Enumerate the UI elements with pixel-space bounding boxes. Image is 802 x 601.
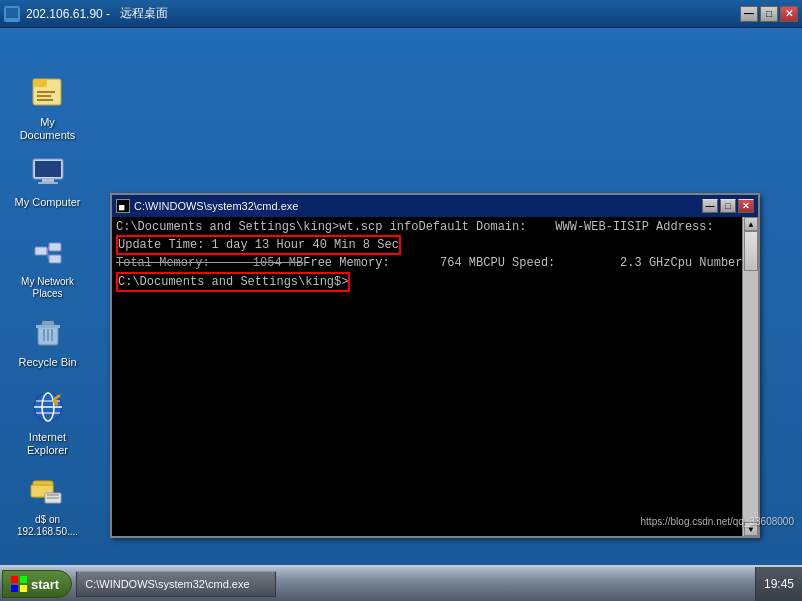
desktop: My Documents My Computer — [0, 28, 802, 565]
screen: 202.106.61.90 - 远程桌面 — □ ✕ My Documents — [0, 0, 802, 601]
svg-rect-38 — [20, 585, 27, 592]
svg-rect-6 — [37, 99, 53, 101]
start-label: start — [31, 577, 59, 592]
taskbar-item-label: C:\WINDOWS\system32\cmd.exe — [85, 578, 249, 590]
start-button[interactable]: start — [2, 570, 72, 598]
svg-line-15 — [47, 251, 49, 259]
my-network-label: My NetworkPlaces — [21, 276, 74, 300]
my-computer-label: My Computer — [14, 196, 80, 209]
cmd-line: IP Address: 192.168.50.180 — [635, 220, 743, 234]
rdp-controls: — □ ✕ — [740, 6, 798, 22]
cmd-title-icon: ■ — [116, 199, 130, 213]
system-tray: 19:45 — [755, 567, 802, 601]
rdp-title-left: 202.106.61.90 - 远程桌面 — [4, 5, 168, 22]
svg-rect-11 — [35, 247, 47, 255]
watermark: https://blog.csdn.net/qq_33608000 — [641, 516, 794, 527]
rdp-titlebar: 202.106.61.90 - 远程桌面 — □ ✕ — [0, 0, 802, 28]
cmd-title-text: ■ C:\WINDOWS\system32\cmd.exe — [116, 199, 298, 213]
cmd-scrollbar-thumb[interactable] — [744, 231, 758, 271]
cmd-line: Default Domain: WWW-WEB-IIS — [418, 220, 634, 234]
svg-rect-13 — [49, 255, 61, 263]
desktop-icon-my-documents[interactable]: My Documents — [10, 68, 85, 146]
cmd-line: C:\Documents and Settings\king>wt.scp in… — [116, 220, 418, 234]
svg-rect-37 — [11, 585, 18, 592]
cmd-title-controls: — □ ✕ — [702, 199, 754, 213]
rdp-title-suffix: 远程桌面 — [120, 5, 168, 22]
cmd-minimize-button[interactable]: — — [702, 199, 718, 213]
internet-explorer-label: Internet Explorer — [14, 431, 81, 457]
svg-rect-4 — [37, 91, 55, 93]
svg-rect-0 — [6, 8, 18, 18]
cmd-title-label: C:\WINDOWS\system32\cmd.exe — [134, 200, 298, 212]
cmd-maximize-button[interactable]: □ — [720, 199, 736, 213]
client-highlight: C:\Documents and Settings\king$> — [116, 272, 350, 292]
my-documents-label: My Documents — [14, 116, 81, 142]
rdp-title-text: 202.106.61.90 - — [26, 7, 110, 21]
svg-text:■: ■ — [119, 202, 125, 211]
svg-rect-1 — [6, 18, 18, 20]
update-time-highlight: Update Time: 1 day 13 Hour 40 Min 8 Sec — [116, 235, 401, 255]
my-network-icon — [28, 232, 68, 272]
d-share-icon — [28, 470, 68, 510]
windows-logo-icon — [11, 576, 27, 592]
cmd-content: C:\Documents and Settings\king>wt.scp in… — [112, 217, 742, 536]
cmd-close-button[interactable]: ✕ — [738, 199, 754, 213]
cmd-scrollbar[interactable]: ▲ ▼ — [742, 217, 758, 536]
svg-rect-17 — [42, 321, 54, 325]
svg-rect-5 — [37, 95, 51, 97]
my-computer-icon — [28, 152, 68, 192]
svg-rect-10 — [38, 182, 58, 184]
svg-rect-9 — [42, 179, 54, 182]
desktop-icon-my-computer[interactable]: My Computer — [10, 148, 85, 213]
rdp-minimize-button[interactable]: — — [740, 6, 758, 22]
my-documents-icon — [28, 72, 68, 112]
svg-rect-12 — [49, 243, 61, 251]
d-share-label: d$ on 192.168.50.... — [14, 514, 81, 538]
recycle-bin-label: Recycle Bin — [18, 356, 76, 369]
clock: 19:45 — [764, 577, 794, 591]
cmd-titlebar: ■ C:\WINDOWS\system32\cmd.exe — □ ✕ — [112, 195, 758, 217]
rdp-maximize-button[interactable]: □ — [760, 6, 778, 22]
desktop-icon-recycle-bin[interactable]: Recycle Bin — [10, 308, 85, 373]
svg-rect-8 — [35, 161, 61, 177]
taskbar-item-cmd[interactable]: C:\WINDOWS\system32\cmd.exe — [76, 571, 276, 597]
cmd-line: Cpu Number: 2 — [671, 256, 743, 270]
desktop-icon-my-network[interactable]: My NetworkPlaces — [10, 228, 85, 304]
cmd-line: Free Memory: 764 MB — [303, 256, 483, 270]
svg-rect-35 — [11, 576, 18, 583]
svg-rect-18 — [36, 325, 60, 328]
internet-explorer-icon — [28, 387, 68, 427]
cmd-scroll-up[interactable]: ▲ — [744, 217, 758, 231]
svg-rect-3 — [33, 79, 47, 87]
cmd-body: C:\Documents and Settings\king>wt.scp in… — [112, 217, 758, 536]
cmd-line: CPU Speed: 2.3 GHz — [483, 256, 670, 270]
rdp-icon — [4, 6, 20, 22]
svg-rect-36 — [20, 576, 27, 583]
taskbar: start C:\WINDOWS\system32\cmd.exe 19:45 — [0, 565, 802, 601]
rdp-close-button[interactable]: ✕ — [780, 6, 798, 22]
recycle-bin-icon — [28, 312, 68, 352]
desktop-icon-internet-explorer[interactable]: Internet Explorer — [10, 383, 85, 461]
desktop-icon-d-share[interactable]: d$ on 192.168.50.... — [10, 466, 85, 542]
cmd-window: ■ C:\WINDOWS\system32\cmd.exe — □ ✕ C:\D… — [110, 193, 760, 538]
cmd-line: Total Memory: 1054 MB — [116, 256, 303, 270]
